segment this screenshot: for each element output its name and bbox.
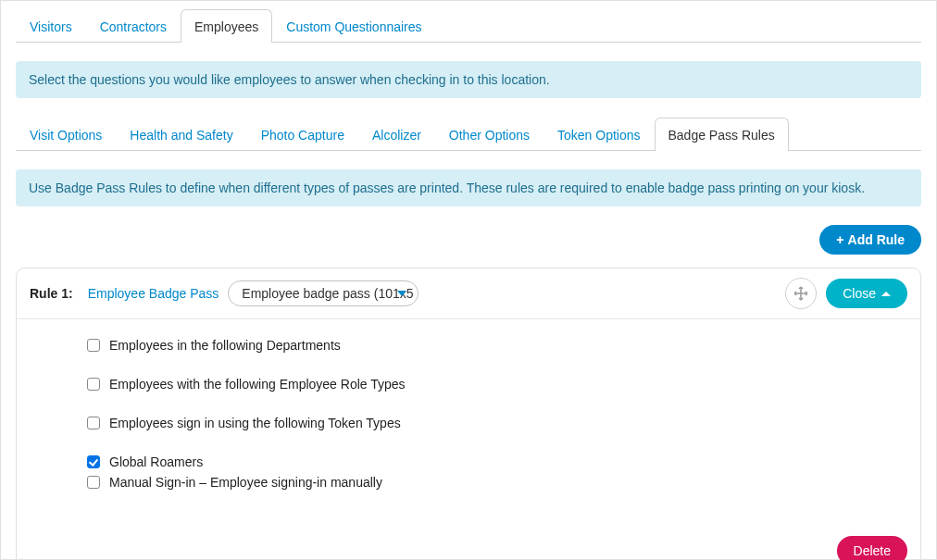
rule-title: Rule 1: — [30, 286, 73, 301]
subtab-photo-capture[interactable]: Photo Capture — [247, 118, 358, 151]
rule-body: Employees in the following Departments E… — [17, 319, 920, 527]
close-button[interactable]: Close — [826, 279, 907, 308]
check-label: Employees in the following Departments — [109, 338, 341, 353]
subtab-alcolizer[interactable]: Alcolizer — [358, 118, 435, 151]
checkbox-global-roamers[interactable] — [87, 455, 100, 468]
check-token-types: Employees sign in using the following To… — [87, 416, 907, 430]
close-label: Close — [843, 286, 876, 301]
tab-contractors[interactable]: Contractors — [86, 9, 181, 43]
check-label: Employees sign in using the following To… — [109, 416, 401, 430]
rule-card: Rule 1: Employee Badge Pass Employee bad… — [16, 268, 921, 560]
subtab-other-options[interactable]: Other Options — [435, 118, 543, 151]
delete-button[interactable]: Delete — [837, 536, 907, 560]
chevron-down-icon — [397, 291, 406, 296]
rule-footer: Delete — [17, 527, 920, 560]
chevron-up-icon — [881, 292, 891, 296]
checkbox-departments[interactable] — [87, 339, 100, 352]
checkbox-role-types[interactable] — [87, 378, 100, 391]
add-rule-label: Add Rule — [848, 232, 905, 247]
checkbox-token-types[interactable] — [87, 417, 100, 429]
check-departments: Employees in the following Departments — [87, 338, 907, 353]
rule-name: Employee Badge Pass — [88, 286, 219, 301]
main-tabs: Visitors Contractors Employees Custom Qu… — [16, 8, 921, 43]
info-bar-employees: Select the questions you would like empl… — [16, 61, 921, 98]
check-label: Global Roamers — [109, 454, 203, 469]
select-value: Employee badge pass (101x5 — [242, 286, 413, 301]
action-row: + Add Rule — [16, 225, 921, 255]
check-manual-signin: Manual Sign-in – Employee signing-in man… — [87, 475, 907, 490]
tab-employees[interactable]: Employees — [181, 9, 272, 43]
subtab-health-safety[interactable]: Health and Safety — [116, 118, 246, 151]
tab-custom-questionnaires[interactable]: Custom Questionnaires — [272, 9, 435, 43]
plus-icon: + — [836, 232, 843, 247]
add-rule-button[interactable]: + Add Rule — [819, 225, 921, 255]
check-label: Manual Sign-in – Employee signing-in man… — [109, 475, 382, 490]
sub-tabs: Visit Options Health and Safety Photo Ca… — [16, 117, 921, 151]
badge-template-select[interactable]: Employee badge pass (101x5 — [228, 280, 419, 306]
subtab-visit-options[interactable]: Visit Options — [16, 118, 116, 151]
info-bar-badge-rules: Use Badge Pass Rules to define when diff… — [16, 169, 921, 206]
subtab-badge-pass-rules[interactable]: Badge Pass Rules — [655, 118, 789, 151]
subtab-token-options[interactable]: Token Options — [543, 118, 655, 151]
drag-handle-icon[interactable] — [785, 278, 817, 309]
rule-header: Rule 1: Employee Badge Pass Employee bad… — [17, 268, 920, 319]
check-global-roamers: Global Roamers — [87, 454, 907, 469]
checkbox-manual-signin[interactable] — [87, 476, 100, 489]
check-role-types: Employees with the following Employee Ro… — [87, 377, 907, 392]
check-label: Employees with the following Employee Ro… — [109, 377, 406, 392]
tab-visitors[interactable]: Visitors — [16, 9, 86, 43]
settings-page: Visitors Contractors Employees Custom Qu… — [0, 0, 937, 560]
